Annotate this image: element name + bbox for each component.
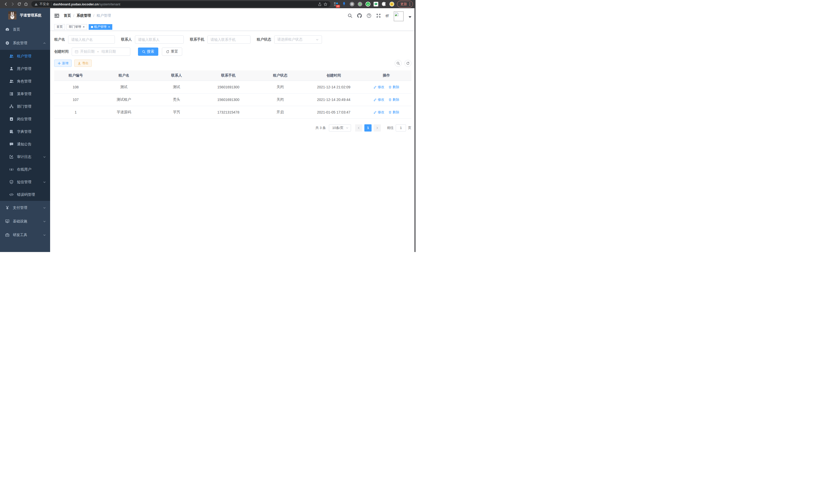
sidebar-item-system[interactable]: 系统管理 xyxy=(0,36,50,50)
pagination: 共 3 条 10条/页 1 前往 页 xyxy=(54,124,411,131)
next-page-button[interactable] xyxy=(374,124,381,131)
sidebar-item-label: 岗位管理 xyxy=(17,117,46,121)
emoji-face-icon[interactable] xyxy=(389,2,395,7)
page-size-select[interactable]: 10条/页 xyxy=(329,124,351,131)
header-search-icon[interactable] xyxy=(348,13,352,18)
fullscreen-icon[interactable] xyxy=(376,13,381,18)
browser-forward-icon[interactable] xyxy=(9,1,16,7)
sidebar-item-sms[interactable]: 短信管理 xyxy=(0,176,50,188)
tenant-users-icon xyxy=(9,54,13,58)
edit-log-icon xyxy=(9,155,13,159)
tag-首页[interactable]: 首页 xyxy=(54,24,65,30)
command-icon[interactable]: ⌘ xyxy=(349,2,354,7)
date-range-picker[interactable]: 开始日期 - 结束日期 xyxy=(72,48,130,56)
sidebar-item-dict[interactable]: 字典管理 xyxy=(0,125,50,138)
chat-square-icon[interactable] xyxy=(373,2,378,7)
table-row: 107测试租户秃头15601691300关闭2021-12-14 20:49:4… xyxy=(54,93,411,106)
browser-home-icon[interactable] xyxy=(23,1,29,7)
sidebar-item-pay[interactable]: 支付管理 xyxy=(0,201,50,214)
table-cell: 1 xyxy=(54,106,97,118)
show-search-button[interactable] xyxy=(395,60,402,67)
trash-icon xyxy=(389,98,392,101)
filter-row-2: 创建时间 开始日期 - 结束日期 搜索 重置 xyxy=(54,48,411,56)
search-button[interactable]: 搜索 xyxy=(138,48,158,56)
breadcrumb-item[interactable]: 首页 xyxy=(64,13,71,18)
close-icon[interactable]: × xyxy=(108,25,110,29)
sidebar-item-devtool[interactable]: 研发工具 xyxy=(0,228,50,242)
url-path: /system/tenant xyxy=(98,2,120,6)
breadcrumb-item[interactable]: 系统管理 xyxy=(77,13,91,18)
tenant-name-input[interactable] xyxy=(71,37,112,41)
kite-icon[interactable] xyxy=(342,2,347,7)
table-cell-actions: 修改删除 xyxy=(361,93,411,106)
close-icon[interactable]: × xyxy=(83,25,85,29)
browser-reload-icon[interactable] xyxy=(16,1,23,7)
edit-icon xyxy=(374,86,377,89)
chevron-down-icon xyxy=(346,126,349,129)
pager: 1 xyxy=(355,124,381,131)
sidebar-item-tenant[interactable]: 租户管理 xyxy=(0,50,50,62)
contact-input-wrap xyxy=(135,35,184,44)
code-icon xyxy=(9,192,13,197)
sidebar-item-label: 在线用户 xyxy=(17,167,46,172)
user-avatar[interactable] xyxy=(394,11,404,21)
search-icon xyxy=(142,50,145,53)
dict-book-icon xyxy=(9,129,13,134)
goto-suffix: 页 xyxy=(408,126,411,130)
reset-button[interactable]: 重置 xyxy=(162,48,182,56)
table-header-row: 租户编号租户名联系人联系手机租户状态创建时间操作 xyxy=(54,70,411,81)
sidebar-item-online[interactable]: 在线用户 xyxy=(0,163,50,176)
sidebar-item-user[interactable]: 用户管理 xyxy=(0,62,50,75)
browser-back-icon[interactable] xyxy=(3,1,9,7)
column-header: 操作 xyxy=(361,70,411,81)
sidebar-toggle-icon[interactable] xyxy=(54,13,59,18)
sidebar-item-menu[interactable]: 菜单管理 xyxy=(0,88,50,100)
sidebar-item-home[interactable]: 首页 xyxy=(0,23,50,36)
avatar-caret-icon[interactable] xyxy=(408,16,411,18)
table-toolbar: 新增 导出 xyxy=(54,60,411,67)
add-button[interactable]: 新增 xyxy=(54,60,72,67)
sidebar-item-dept[interactable]: 部门管理 xyxy=(0,100,50,113)
share-icon[interactable] xyxy=(318,2,322,6)
address-bar[interactable]: 不安全 dashboard.yudao.iocoder.cn/system/te… xyxy=(31,1,331,7)
browser-update-button[interactable]: 更新 xyxy=(397,1,413,7)
puzzle-icon[interactable] xyxy=(381,2,386,7)
role-users-icon xyxy=(9,79,13,84)
sidebar-logo[interactable]: 芋道管理系统 xyxy=(0,8,50,23)
github-icon[interactable] xyxy=(357,13,362,18)
menu-tree-icon xyxy=(9,92,13,96)
sidebar-item-errcode[interactable]: 错误码管理 xyxy=(0,188,50,201)
yudao-logo-icon[interactable]: y xyxy=(365,2,371,7)
sidebar-item-role[interactable]: 角色管理 xyxy=(0,75,50,88)
help-icon[interactable] xyxy=(367,13,371,18)
export-button[interactable]: 导出 xyxy=(74,60,92,67)
mobile-input[interactable] xyxy=(210,37,248,41)
prev-page-button[interactable] xyxy=(355,124,362,131)
font-size-icon[interactable]: tT xyxy=(386,13,389,18)
delete-button[interactable]: 删除 xyxy=(389,85,399,89)
sidebar-item-label: 短信管理 xyxy=(17,180,43,184)
status-select[interactable]: 请选择租户状态 xyxy=(274,35,322,44)
record-dot-icon[interactable] xyxy=(357,2,363,7)
sidebar-item-post[interactable]: 岗位管理 xyxy=(0,113,50,125)
extension-grid-icon[interactable]: 10 xyxy=(334,2,339,7)
bookmark-star-icon[interactable] xyxy=(323,2,327,6)
url-host: dashboard.yudao.iocoder.cn xyxy=(53,2,99,6)
browser-menu-icon[interactable] xyxy=(409,2,410,6)
delete-button[interactable]: 删除 xyxy=(389,97,399,102)
goto-page-input[interactable] xyxy=(396,124,406,131)
edit-button[interactable]: 修改 xyxy=(374,85,384,89)
filter-label: 租户状态 xyxy=(257,37,271,42)
refresh-table-button[interactable] xyxy=(404,60,411,67)
sidebar-item-infra[interactable]: 基础设施 xyxy=(0,214,50,228)
page-number-button[interactable]: 1 xyxy=(364,124,372,131)
contact-input[interactable] xyxy=(138,37,181,41)
delete-button[interactable]: 删除 xyxy=(389,110,399,115)
edit-button[interactable]: 修改 xyxy=(374,97,384,102)
tag-租户管理[interactable]: 租户管理× xyxy=(89,24,113,30)
sidebar-item-audit[interactable]: 审计日志 xyxy=(0,151,50,163)
sidebar-item-notice[interactable]: 通知公告 xyxy=(0,138,50,151)
table-cell-actions: 修改删除 xyxy=(361,81,411,93)
tag-部门管理[interactable]: 部门管理× xyxy=(66,24,87,30)
edit-button[interactable]: 修改 xyxy=(374,110,384,115)
